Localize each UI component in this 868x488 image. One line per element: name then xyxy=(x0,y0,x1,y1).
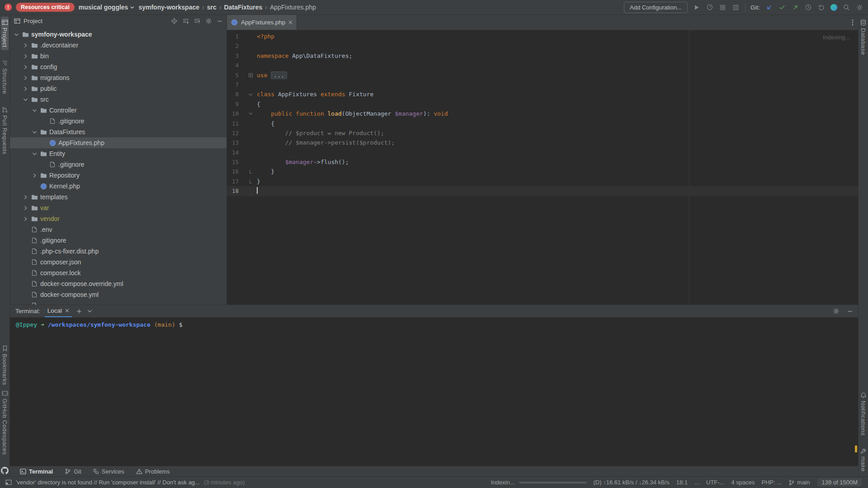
code-line[interactable]: 2 xyxy=(227,41,858,51)
coverage-icon[interactable] xyxy=(719,3,727,11)
tree-item[interactable]: Repository xyxy=(10,170,226,181)
close-terminal-tab-icon[interactable] xyxy=(65,309,69,313)
editor-body[interactable]: Indexing... 1<?php23namespace App\DataFi… xyxy=(227,30,858,305)
php-version[interactable]: PHP: ... xyxy=(762,479,782,486)
stripe-button-github-codespaces[interactable]: GitHub Codespaces xyxy=(1,388,9,458)
code-line[interactable]: 17} xyxy=(227,177,858,186)
tree-item[interactable]: vendor xyxy=(10,213,226,224)
code-line[interactable]: 13 // $manager->persist($product); xyxy=(227,138,858,147)
breadcrumb-item[interactable]: src xyxy=(207,4,217,11)
file-encoding[interactable]: UTF-... xyxy=(706,479,724,486)
tree-item[interactable]: config xyxy=(10,61,226,72)
tree-item[interactable]: docker-compose.yml xyxy=(10,289,226,300)
status-dots[interactable]: ... xyxy=(694,479,699,486)
tab-options-icon[interactable] xyxy=(852,19,858,26)
codespace-menu[interactable]: musical goggles xyxy=(79,4,135,11)
status-message[interactable]: 'vendor' directory is not found // Run '… xyxy=(16,479,200,486)
tool-window-button-services[interactable]: Services xyxy=(93,468,124,475)
stripe-button-bookmarks[interactable]: Bookmarks xyxy=(1,343,9,388)
terminal-tab-local[interactable]: Local xyxy=(45,305,72,317)
settings-gear-icon[interactable] xyxy=(855,3,863,11)
stripe-button-database[interactable]: Database xyxy=(859,17,867,58)
git-rollback-icon[interactable] xyxy=(817,3,826,11)
search-everywhere-icon[interactable] xyxy=(842,3,850,11)
panel-options-gear-icon[interactable] xyxy=(205,18,212,24)
code-line[interactable]: 7 xyxy=(227,80,858,89)
tree-item[interactable]: templates xyxy=(10,192,226,202)
code-line[interactable]: 11 { xyxy=(227,119,858,128)
git-branch-widget[interactable]: main xyxy=(788,479,810,486)
tree-item[interactable]: var xyxy=(10,202,226,213)
tree-item[interactable]: composer.json xyxy=(10,257,226,267)
fold-marker[interactable] xyxy=(248,73,253,77)
git-commit-icon[interactable] xyxy=(778,3,786,11)
expand-all-icon[interactable] xyxy=(183,18,189,24)
tree-item[interactable]: Entity xyxy=(10,148,226,159)
code-line[interactable]: 12 // $product = new Product(); xyxy=(227,128,858,138)
fold-marker[interactable] xyxy=(248,180,253,183)
fold-marker[interactable] xyxy=(248,93,253,97)
tree-item[interactable]: symfony-workspace xyxy=(10,29,226,40)
stripe-button-make[interactable]: make xyxy=(859,446,867,474)
code-line[interactable]: 10 public function load(ObjectManager $m… xyxy=(227,109,858,118)
code-line[interactable]: 15 $manager->flush(); xyxy=(227,157,858,167)
tool-window-button-problems[interactable]: Problems xyxy=(136,468,170,475)
github-logo-icon[interactable] xyxy=(1,467,9,474)
collapse-all-icon[interactable] xyxy=(194,18,200,24)
tree-item[interactable]: .gitignore xyxy=(10,159,226,170)
code-line[interactable]: 8class AppFixtures extends Fixture xyxy=(227,89,858,99)
session-dropdown-icon[interactable] xyxy=(87,309,92,314)
breadcrumb-item[interactable]: DataFixtures xyxy=(224,4,262,11)
tree-item[interactable]: .gitignore xyxy=(10,116,226,127)
code-line[interactable]: 4 xyxy=(227,61,858,70)
layout-icon[interactable] xyxy=(732,3,740,11)
memory-indicator[interactable]: 139 of 1500M xyxy=(816,478,863,487)
tree-item[interactable]: .gitignore xyxy=(10,235,226,246)
stripe-button-project[interactable]: Project xyxy=(1,17,9,50)
run-icon[interactable] xyxy=(693,3,701,11)
tool-window-button-terminal[interactable]: Terminal xyxy=(20,468,53,475)
tree-item[interactable]: Kernel.php xyxy=(10,181,226,192)
breadcrumb-item[interactable]: AppFixtures.php xyxy=(270,4,316,11)
code-line[interactable]: 9{ xyxy=(227,99,858,109)
indent-setting[interactable]: 4 spaces xyxy=(731,479,755,486)
cursor-position[interactable]: 18:1 xyxy=(676,479,688,486)
tree-item[interactable]: Controller xyxy=(10,105,226,116)
stripe-button-pull-requests[interactable]: Pull Requests xyxy=(1,104,9,157)
resources-critical-badge[interactable]: Resources critical xyxy=(16,3,75,12)
code-line[interactable]: 18 xyxy=(227,186,858,196)
tree-item[interactable]: AppFixtures.php xyxy=(10,137,226,148)
tree-item[interactable]: composer.lock xyxy=(10,267,226,278)
code-line[interactable]: 3namespace App\DataFixtures; xyxy=(227,51,858,61)
profiler-icon[interactable] xyxy=(706,3,714,11)
fold-marker[interactable] xyxy=(248,112,253,116)
terminal-settings-gear-icon[interactable] xyxy=(833,308,840,314)
code-line[interactable]: 16 } xyxy=(227,167,858,176)
tree-item[interactable]: .php-cs-fixer.dist.php xyxy=(10,246,226,257)
code-line[interactable]: 5use ... xyxy=(227,70,858,80)
close-tab-icon[interactable] xyxy=(288,20,292,24)
editor-tab-appfixtures[interactable]: AppFixtures.php xyxy=(227,15,297,30)
tree-item[interactable]: src xyxy=(10,94,226,105)
add-configuration-button[interactable]: Add Configuration... xyxy=(624,2,688,13)
code-with-me-icon[interactable] xyxy=(830,4,837,11)
tree-item[interactable]: migrations xyxy=(10,72,226,83)
fold-marker[interactable] xyxy=(248,170,253,174)
terminal-body[interactable]: @Ippey➜/workspaces/symfony-workspace(mai… xyxy=(10,318,858,466)
git-history-icon[interactable] xyxy=(804,3,812,11)
hide-terminal-icon[interactable] xyxy=(847,309,853,314)
tree-item[interactable]: docker-compose.override.yml xyxy=(10,278,226,289)
stripe-button-structure[interactable]: Structure xyxy=(1,57,9,97)
code-line[interactable]: 1<?php xyxy=(227,32,858,41)
tool-windows-toggle-icon[interactable] xyxy=(5,479,12,485)
git-update-icon[interactable] xyxy=(765,3,773,11)
breadcrumb-item[interactable]: symfony-workspace xyxy=(138,4,199,11)
tool-window-button-git[interactable]: Git xyxy=(65,468,81,475)
git-push-icon[interactable] xyxy=(791,3,799,11)
tree-item[interactable]: .env xyxy=(10,224,226,235)
tree-item[interactable] xyxy=(10,300,226,305)
code-line[interactable]: 14 xyxy=(227,148,858,157)
tree-item[interactable]: public xyxy=(10,83,226,94)
tree-item[interactable]: .devcontainer xyxy=(10,40,226,51)
tree-item[interactable]: DataFixtures xyxy=(10,127,226,137)
